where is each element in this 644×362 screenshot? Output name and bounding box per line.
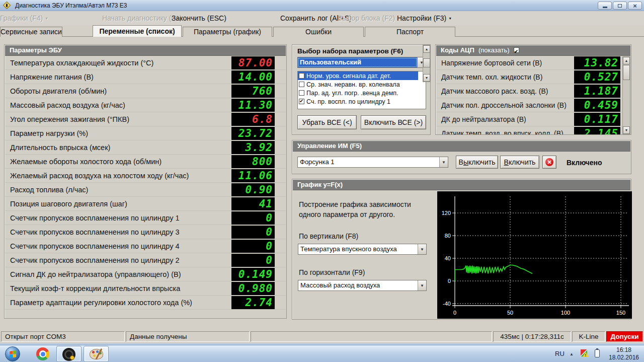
svg-text:100: 100 (561, 310, 570, 316)
table-row[interactable]: Желаемый расход воздуха на холостом ходу… (5, 169, 286, 183)
parameter-label: Желаемые обороты холостого хода (об/мин) (5, 158, 231, 166)
clock[interactable]: 16:18 18.02.2016 (606, 346, 642, 361)
adc-label: Датчик темп. возд. во впуск. колл. (В) (436, 129, 574, 135)
status-protocol: K-Line (572, 331, 605, 342)
table-row[interactable]: Напряжение бортовой сети (В) 13.82 (436, 56, 621, 70)
table-row[interactable]: Параметр нагрузки (%) 23.72 (5, 126, 286, 140)
table-row[interactable]: Счетчик пропусков воспламенения по цилин… (5, 253, 286, 267)
menu-item[interactable]: Графики (F4)▼ (0, 14, 48, 22)
parameter-label: Параметр адаптации регулировки холостого… (5, 299, 231, 307)
horizontal-axis-label: По горизонтали (F9) (299, 268, 365, 276)
scroll-down-arrow[interactable]: ▼ (623, 126, 630, 134)
parameter-label: Счетчик пропусков воспламенения по цилин… (5, 228, 231, 236)
status-bar: Открыт порт COM3 Данные получены 435мс |… (0, 330, 644, 343)
table-row[interactable]: Позиция шагового двигателя (шаг) 41 (5, 197, 286, 211)
remove-all-button[interactable]: Убрать ВСЕ (<) (297, 115, 357, 129)
restore-button[interactable] (613, 2, 627, 10)
parameter-label: Напряжение питания (В) (5, 73, 231, 81)
table-row[interactable]: Длительность впрыска (мсек) 3.92 (5, 140, 286, 155)
chrome-taskbar-icon[interactable] (36, 347, 49, 360)
table-row[interactable]: Датчик массового расх. возд. (В) 1.187 (436, 84, 621, 98)
adc-value-display: 0.527 (574, 70, 620, 84)
scroll-thumb[interactable] (423, 58, 430, 67)
close-button[interactable]: × (628, 2, 642, 10)
stop-button[interactable]: ✕ (542, 156, 556, 169)
list-item[interactable]: Ср. знач. неравн. вр. коленвала (298, 80, 418, 89)
menu-item[interactable]: Выбор блока (F2)▼ (338, 14, 395, 22)
taskbar: RU ▲ ! 16:18 18.02.2016 (0, 345, 644, 362)
table-row[interactable]: Сигнал ДК до нейтрализатора (управляющег… (5, 267, 286, 281)
tab[interactable]: Паспорт (365, 27, 455, 37)
table-row[interactable]: Счетчик пропусков воспламенения по цилин… (5, 211, 286, 225)
adc-show-label: (показать) (478, 46, 510, 54)
table-row[interactable]: ДК до нейтрализатора (В) 0.117 (436, 112, 621, 126)
parameter-label: Счетчик пропусков воспламенения по цилин… (5, 214, 231, 222)
parameter-label: Желаемый расход воздуха на холостом ходу… (5, 172, 231, 180)
diagnostics-app-taskbar-button[interactable] (56, 346, 82, 362)
vertical-axis-dropdown[interactable]: Температура впускного воздуха ▼ (298, 244, 427, 255)
turn-off-button[interactable]: Выключить (456, 156, 498, 169)
table-row[interactable]: Угол опережения зажигания (°ПКВ) 6.8 (5, 112, 286, 126)
ecu-panel-header: Параметры ЭБУ (5, 45, 286, 56)
actuator-dropdown[interactable]: Форсунка 1 ▼ (297, 157, 448, 168)
minimize-button[interactable] (598, 2, 612, 10)
paint-taskbar-button[interactable] (84, 346, 109, 362)
checkbox[interactable] (299, 99, 304, 104)
table-row[interactable]: Массовый расход воздуха (кг/час) 11.30 (5, 98, 286, 112)
antivirus-tray-icon[interactable]: ! (581, 349, 589, 357)
dropdown-arrow-button[interactable]: ▼ (439, 157, 448, 167)
battery-icon[interactable] (595, 349, 600, 357)
table-row[interactable]: Напряжение питания (В) 14.00 (5, 70, 286, 84)
scroll-thumb[interactable] (623, 65, 630, 80)
table-row[interactable]: Расход топлива (л/час) 0.90 (5, 183, 286, 197)
tab[interactable]: Переменные (список) (93, 25, 182, 37)
scroll-up-arrow[interactable]: ▲ (623, 57, 630, 64)
table-row[interactable]: Параметр адаптации регулировки холостого… (5, 296, 286, 310)
table-row[interactable]: Обороты двигателя (об/мин) 760 (5, 84, 286, 98)
list-item[interactable]: Сч. пр. воспл. по цилиндру 1 (298, 97, 418, 106)
status-tolerances-badge[interactable]: Допуски (606, 331, 643, 342)
list-scrollbar[interactable]: ▲ ▼ (423, 45, 430, 82)
checkbox[interactable] (299, 82, 304, 87)
table-row[interactable]: Желаемые обороты холостого хода (об/мин)… (5, 155, 286, 169)
add-all-button[interactable]: Включить ВСЕ (>) (361, 115, 426, 129)
list-item[interactable]: Норм. уров. сигнала дат. дет. (298, 71, 418, 80)
tab[interactable]: Сервисные записи (0, 27, 62, 37)
scroll-up-arrow[interactable]: ▲ (423, 45, 430, 53)
parameter-value-display: 0 (231, 211, 275, 225)
parameter-set-dropdown[interactable]: Пользовательский ▼ (297, 57, 426, 68)
turn-on-button[interactable]: Включить (500, 156, 539, 169)
dropdown-arrow-button[interactable]: ▼ (418, 280, 426, 291)
menu-item[interactable]: Начать диагностику (F1)▼ (102, 14, 182, 22)
tab[interactable]: Параметры (график) (183, 27, 272, 37)
adc-label: Датчик массового расх. возд. (В) (436, 87, 574, 95)
menu-item[interactable]: Закончить (ESC)▼ (172, 14, 226, 22)
svg-text:0: 0 (448, 278, 451, 284)
parameter-value-display: 14.00 (231, 70, 275, 84)
parameter-value-display: 6.8 (231, 113, 275, 126)
tray-expand-icon[interactable]: ▲ (570, 352, 574, 356)
checkbox[interactable] (299, 73, 304, 79)
table-row[interactable]: Счетчик пропусков воспламенения по цилин… (5, 239, 286, 253)
table-row[interactable]: Текущий коэф-т коррекции длительности вп… (5, 281, 286, 296)
table-row[interactable]: Датчик темп. охл. жидкости (В) 0.527 (436, 70, 621, 84)
parameter-value-display: 3.92 (231, 141, 275, 154)
table-row[interactable]: Датчик пол. дроссельной заслонки (В) 0.4… (436, 98, 621, 112)
dropdown-arrow-button[interactable]: ▼ (418, 244, 426, 254)
adc-value-display: 0.459 (574, 99, 620, 112)
checkbox[interactable] (299, 90, 304, 96)
list-item[interactable]: Пар. ад. угл. погр. .венца демп. (298, 89, 418, 97)
start-button[interactable] (5, 346, 20, 361)
adc-show-checkbox[interactable] (514, 47, 519, 53)
table-row[interactable]: Датчик темп. возд. во впуск. колл. (В) 2… (436, 126, 621, 135)
table-row[interactable]: Температура охлаждающей жидкости (°С) 87… (5, 56, 286, 70)
parameter-value-display: 0 (231, 240, 275, 253)
adc-scrollbar[interactable]: ▲ ▼ (622, 56, 630, 134)
horizontal-axis-dropdown[interactable]: Массовый расход воздуха ▼ (298, 280, 427, 291)
parameter-label: Счетчик пропусков воспламенения по цилин… (5, 242, 231, 250)
tab[interactable]: Ошибки (273, 27, 364, 37)
menu-item[interactable]: Настройки (F3)▼ (397, 14, 452, 22)
table-row[interactable]: Счетчик пропусков воспламенения по цилин… (5, 225, 286, 239)
scroll-down-arrow[interactable]: ▼ (423, 74, 430, 82)
language-indicator[interactable]: RU (555, 350, 565, 357)
